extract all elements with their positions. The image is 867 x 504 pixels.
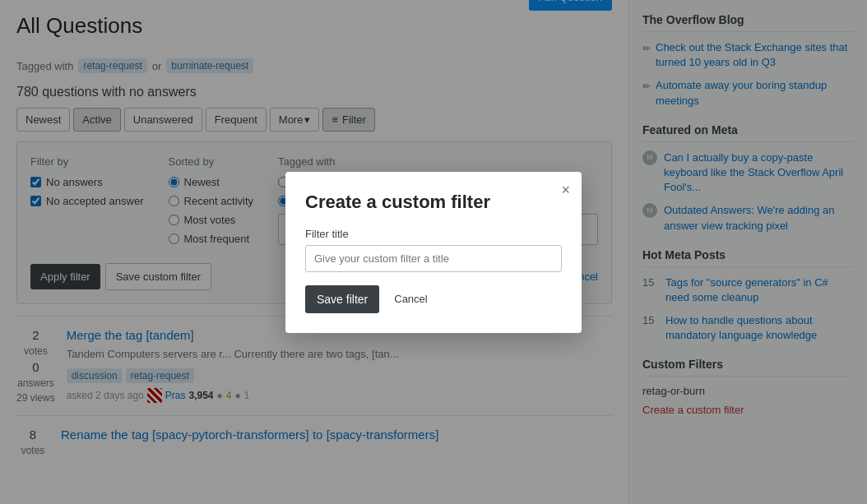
custom-filter-modal: × Create a custom filter Filter title Sa… (285, 172, 582, 333)
modal-title: Create a custom filter (305, 192, 562, 213)
modal-close-button[interactable]: × (561, 182, 570, 199)
modal-actions: Save filter Cancel (305, 285, 562, 313)
save-filter-button[interactable]: Save filter (305, 285, 379, 313)
modal-cancel-button[interactable]: Cancel (386, 286, 435, 312)
modal-overlay: × Create a custom filter Filter title Sa… (0, 0, 867, 504)
filter-title-label: Filter title (305, 228, 562, 240)
filter-title-input[interactable] (305, 245, 562, 272)
